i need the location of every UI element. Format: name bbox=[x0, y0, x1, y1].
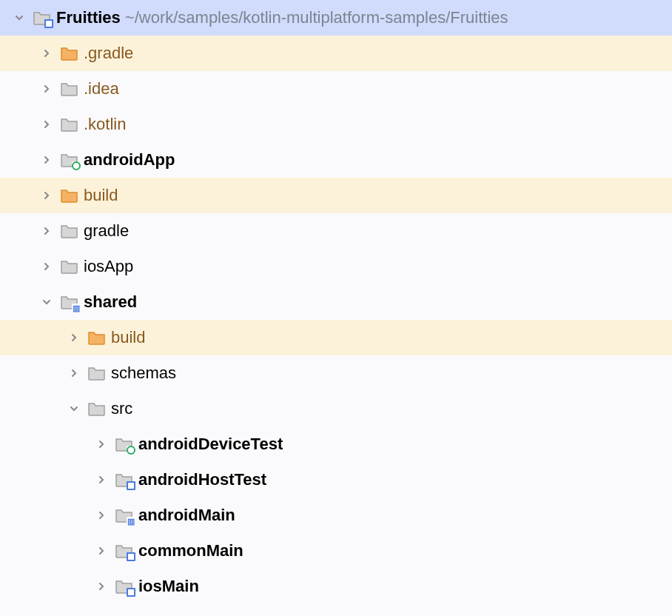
module-folder-icon bbox=[115, 506, 134, 525]
chevron-down-icon[interactable] bbox=[12, 10, 27, 25]
tree-item-fruitties[interactable]: Fruitties ~/work/samples/kotlin-multipla… bbox=[0, 0, 672, 36]
tree-item-label: androidHostTest bbox=[138, 470, 266, 489]
folder-icon bbox=[60, 186, 79, 205]
tree-item-androidmain[interactable]: androidMain bbox=[0, 498, 672, 533]
badge-library-icon bbox=[127, 517, 135, 526]
chevron-right-icon[interactable] bbox=[94, 508, 109, 523]
module-folder-icon bbox=[115, 541, 134, 560]
tree-item-label: shared bbox=[84, 292, 137, 312]
chevron-right-icon[interactable] bbox=[94, 437, 109, 452]
chevron-right-icon[interactable] bbox=[39, 117, 54, 132]
tree-item-kotlin[interactable]: .kotlin bbox=[0, 107, 672, 142]
folder-icon bbox=[60, 257, 79, 276]
tree-item-label: build bbox=[111, 328, 145, 347]
badge-module-icon bbox=[127, 552, 135, 561]
tree-item-commonmain[interactable]: commonMain bbox=[0, 533, 672, 569]
tree-item-gradle-hidden[interactable]: .gradle bbox=[0, 36, 672, 71]
chevron-right-icon[interactable] bbox=[39, 153, 54, 167]
chevron-right-icon[interactable] bbox=[94, 579, 109, 594]
folder-icon bbox=[87, 364, 107, 383]
tree-item-label: Fruitties bbox=[56, 8, 121, 27]
chevron-right-icon[interactable] bbox=[39, 259, 54, 274]
tree-item-label: src bbox=[111, 399, 132, 418]
folder-icon bbox=[87, 328, 107, 347]
chevron-right-icon[interactable] bbox=[39, 224, 54, 238]
badge-module-icon bbox=[127, 588, 135, 597]
tree-item-shared[interactable]: shared bbox=[0, 284, 672, 320]
chevron-right-icon[interactable] bbox=[39, 81, 54, 96]
chevron-down-icon[interactable] bbox=[39, 295, 54, 309]
folder-icon bbox=[87, 399, 107, 418]
badge-library-icon bbox=[72, 304, 81, 312]
tree-item-label: .idea bbox=[84, 79, 119, 98]
tree-item-build[interactable]: build bbox=[0, 178, 672, 213]
folder-icon bbox=[60, 221, 79, 241]
tree-item-androidhosttest[interactable]: androidHostTest bbox=[0, 462, 672, 498]
chevron-right-icon[interactable] bbox=[39, 188, 54, 203]
badge-module-icon bbox=[44, 19, 53, 28]
chevron-right-icon[interactable] bbox=[67, 366, 81, 381]
tree-item-androiddevicetest[interactable]: androidDeviceTest bbox=[0, 426, 672, 462]
tree-item-label: .gradle bbox=[84, 44, 133, 63]
module-folder-icon bbox=[115, 470, 134, 489]
tree-item-androidapp[interactable]: androidApp bbox=[0, 142, 672, 178]
tree-item-label: commonMain bbox=[138, 541, 243, 560]
folder-icon bbox=[60, 44, 79, 63]
tree-item-label: .kotlin bbox=[84, 115, 126, 134]
chevron-right-icon[interactable] bbox=[39, 46, 54, 61]
chevron-right-icon[interactable] bbox=[94, 543, 109, 558]
tree-item-src[interactable]: src bbox=[0, 391, 672, 426]
chevron-down-icon[interactable] bbox=[67, 401, 81, 416]
tree-item-label: build bbox=[84, 186, 118, 205]
tree-item-schemas[interactable]: schemas bbox=[0, 355, 672, 391]
tree-item-label: androidMain bbox=[138, 506, 235, 525]
module-folder-icon bbox=[115, 577, 134, 596]
folder-icon bbox=[60, 79, 79, 98]
tree-item-label: androidDeviceTest bbox=[138, 435, 283, 454]
tree-item-path: ~/work/samples/kotlin-multiplatform-samp… bbox=[125, 8, 508, 27]
chevron-right-icon[interactable] bbox=[67, 330, 81, 345]
module-folder-icon bbox=[33, 8, 52, 27]
module-folder-icon bbox=[115, 435, 134, 454]
badge-android-icon bbox=[127, 446, 135, 455]
module-folder-icon bbox=[60, 292, 79, 312]
tree-item-label: iosMain bbox=[138, 577, 199, 596]
chevron-right-icon[interactable] bbox=[94, 472, 109, 487]
tree-item-label: schemas bbox=[111, 364, 176, 383]
folder-icon bbox=[60, 115, 79, 134]
tree-item-label: gradle bbox=[84, 221, 129, 241]
tree-item-label: iosApp bbox=[84, 257, 133, 276]
module-folder-icon bbox=[60, 150, 79, 170]
tree-item-gradle-dir[interactable]: gradle bbox=[0, 213, 672, 249]
tree-item-idea[interactable]: .idea bbox=[0, 71, 672, 107]
tree-item-iosmain[interactable]: iosMain bbox=[0, 569, 672, 604]
tree-item-shared-build[interactable]: build bbox=[0, 320, 672, 355]
tree-item-label: androidApp bbox=[84, 150, 175, 170]
badge-android-icon bbox=[72, 161, 81, 170]
tree-item-iosapp[interactable]: iosApp bbox=[0, 249, 672, 284]
badge-module-icon bbox=[127, 481, 135, 490]
